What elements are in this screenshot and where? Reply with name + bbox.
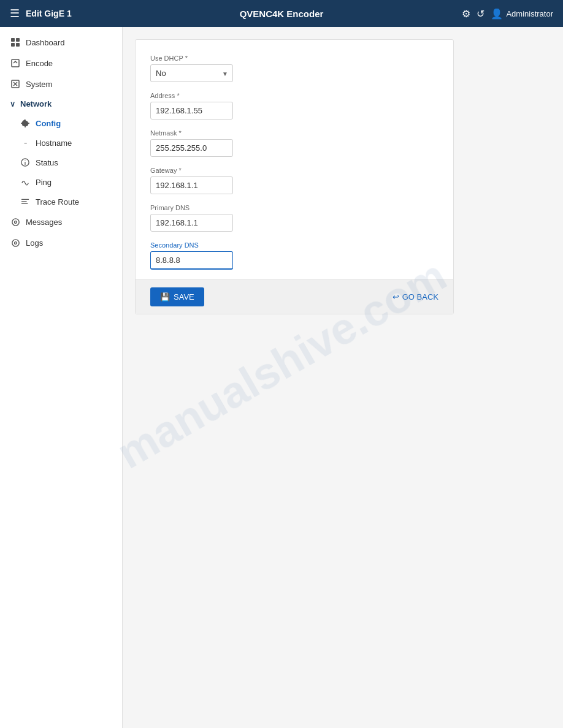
user-icon: 👤 — [491, 8, 503, 20]
svg-point-14 — [14, 221, 17, 223]
sidebar-subitem-ping[interactable]: Ping — [0, 172, 122, 192]
sidebar-item-messages[interactable]: Messages — [0, 211, 122, 232]
sidebar-item-encode[interactable]: Encode — [0, 53, 122, 74]
user-label: Administrator — [506, 9, 553, 18]
sidebar-item-system[interactable]: System — [0, 74, 122, 94]
address-input[interactable] — [150, 102, 233, 119]
use-dhcp-select[interactable]: No Yes — [150, 64, 233, 82]
svg-point-15 — [12, 239, 18, 246]
primary-dns-input[interactable] — [150, 214, 233, 232]
svg-rect-3 — [16, 43, 20, 47]
svg-rect-11 — [21, 201, 27, 202]
topbar-right: ⚙ ↺ 👤 Administrator — [462, 8, 553, 20]
sidebar-item-dashboard[interactable]: Dashboard — [0, 32, 122, 53]
chevron-down-icon: ∨ — [10, 100, 15, 108]
svg-rect-0 — [11, 38, 15, 42]
sidebar-subitem-config[interactable]: Config — [0, 113, 122, 133]
secondary-dns-group: Secondary DNS — [150, 241, 439, 270]
sidebar-item-logs[interactable]: Logs — [0, 232, 122, 253]
address-group: Address — [150, 92, 439, 119]
settings-icon[interactable]: ⚙ — [462, 8, 470, 20]
use-dhcp-label: Use DHCP — [150, 55, 439, 62]
netmask-input[interactable] — [150, 139, 233, 157]
messages-icon — [10, 216, 21, 227]
address-label: Address — [150, 92, 439, 99]
sidebar-label-messages: Messages — [26, 218, 62, 227]
sidebar-label-hostname: Hostname — [36, 138, 72, 148]
secondary-dns-label: Secondary DNS — [150, 241, 439, 249]
svg-point-13 — [12, 218, 18, 225]
card-footer: 💾 SAVE ↩ GO BACK — [136, 279, 453, 314]
netmask-label: Netmask — [150, 129, 439, 137]
topbar-center-title: QVENC4K Encoder — [240, 9, 324, 19]
sidebar-label-encode: Encode — [26, 59, 53, 68]
sidebar-subitem-hostname[interactable]: ··· Hostname — [0, 133, 122, 153]
use-dhcp-select-wrapper: No Yes ▼ — [150, 64, 233, 82]
svg-rect-2 — [11, 43, 15, 47]
menu-icon[interactable]: ☰ — [10, 7, 20, 20]
svg-rect-10 — [21, 199, 29, 200]
ping-icon — [20, 176, 31, 188]
go-back-label: GO BACK — [402, 292, 439, 301]
gateway-label: Gateway — [150, 167, 439, 174]
go-back-icon: ↩ — [393, 292, 399, 301]
svg-rect-1 — [16, 38, 20, 42]
trace-route-icon — [20, 196, 31, 207]
svg-text:i: i — [25, 160, 26, 166]
save-icon: 💾 — [160, 292, 170, 301]
use-dhcp-group: Use DHCP No Yes ▼ — [150, 55, 439, 82]
sidebar-label-trace-route: Trace Route — [36, 197, 79, 207]
sidebar: Dashboard Encode System ∨ — [0, 27, 123, 728]
svg-rect-12 — [21, 203, 28, 204]
sidebar-label-status: Status — [36, 158, 58, 167]
status-icon: i — [20, 157, 31, 168]
gateway-input[interactable] — [150, 176, 233, 194]
config-icon — [20, 118, 31, 129]
go-back-button[interactable]: ↩ GO BACK — [393, 292, 439, 301]
save-button[interactable]: 💾 SAVE — [150, 287, 204, 306]
hostname-icon: ··· — [20, 137, 31, 148]
sidebar-label-logs: Logs — [26, 238, 43, 248]
sidebar-label-system: System — [26, 80, 52, 89]
svg-point-16 — [14, 241, 17, 244]
topbar: ☰ Edit GigE 1 QVENC4K Encoder ⚙ ↺ 👤 Admi… — [0, 0, 563, 27]
sidebar-label-network: Network — [20, 99, 52, 108]
sidebar-label-dashboard: Dashboard — [26, 38, 65, 47]
logs-icon — [10, 237, 21, 248]
svg-rect-4 — [12, 59, 19, 67]
primary-dns-group: Primary DNS — [150, 204, 439, 232]
config-card: Use DHCP No Yes ▼ Address Netmask — [135, 39, 454, 314]
sidebar-label-ping: Ping — [36, 178, 52, 187]
dashboard-icon — [10, 37, 21, 48]
refresh-icon[interactable]: ↺ — [477, 8, 484, 20]
main-content: Use DHCP No Yes ▼ Address Netmask — [123, 27, 563, 728]
topbar-title: Edit GigE 1 — [26, 9, 72, 18]
sidebar-subitem-status[interactable]: i Status — [0, 153, 122, 172]
user-menu[interactable]: 👤 Administrator — [491, 8, 553, 20]
system-icon — [10, 78, 21, 89]
secondary-dns-input[interactable] — [150, 251, 233, 270]
encode-icon — [10, 58, 21, 69]
gateway-group: Gateway — [150, 167, 439, 194]
primary-dns-label: Primary DNS — [150, 204, 439, 211]
sidebar-item-network[interactable]: ∨ Network — [0, 94, 122, 113]
sidebar-label-config: Config — [36, 119, 61, 128]
sidebar-subitem-trace-route[interactable]: Trace Route — [0, 192, 122, 211]
netmask-group: Netmask — [150, 129, 439, 157]
save-label: SAVE — [174, 292, 194, 301]
